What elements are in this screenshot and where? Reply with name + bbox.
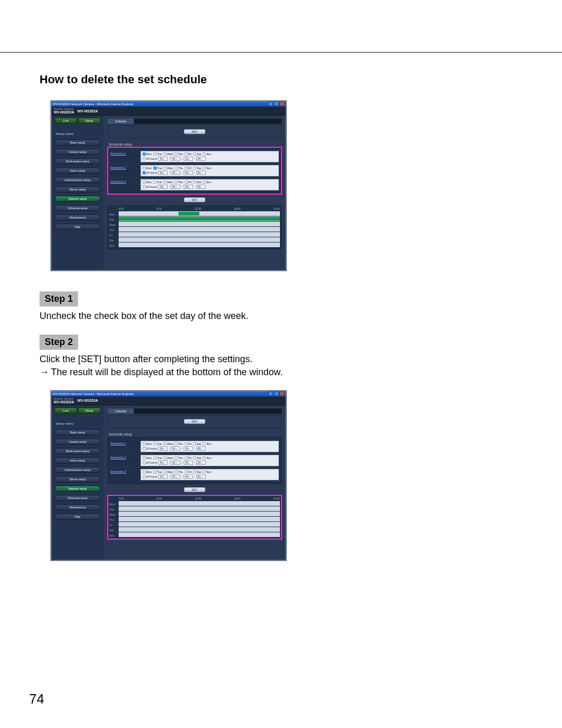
sidebar-item-maintenance[interactable]: Maintenance [55, 214, 100, 221]
sidebar-item-server[interactable]: Server setup [55, 186, 100, 193]
day-checkbox-sat[interactable]: Sat [193, 442, 201, 445]
checkbox-input[interactable] [193, 456, 196, 459]
schedule-link[interactable]: Schedule 3 [110, 179, 137, 183]
live-button[interactable]: Live [55, 407, 77, 414]
time-select[interactable]: 00 [158, 475, 168, 479]
day-checkbox-thu[interactable]: Thu [174, 181, 183, 184]
checkbox-input[interactable] [174, 152, 177, 156]
time-select[interactable]: 00 [184, 461, 193, 465]
time-select[interactable]: 09 [158, 157, 168, 161]
day-checkbox-fri[interactable]: Fri [185, 167, 191, 170]
time-select[interactable]: 00 [171, 461, 180, 465]
time-select[interactable]: 00 [158, 461, 168, 465]
close-icon[interactable] [279, 391, 285, 396]
day-checkbox-sat[interactable]: Sat [193, 167, 201, 170]
window-controls[interactable] [267, 101, 285, 107]
day-checkbox-thu[interactable]: Thu [174, 167, 183, 170]
set-button[interactable]: SET [184, 197, 206, 202]
checkbox-input[interactable] [174, 442, 177, 445]
day-checkbox-thu[interactable]: Thu [174, 470, 183, 474]
checkbox-input[interactable] [143, 447, 146, 450]
checkbox-input[interactable] [174, 456, 177, 459]
time-select[interactable]: 00 [158, 171, 168, 175]
24h-checkbox[interactable]: 24 hours [143, 475, 157, 478]
sidebar-item-maintenance[interactable]: Maintenance [55, 504, 100, 510]
checkbox-input[interactable] [163, 470, 167, 474]
checkbox-input[interactable] [154, 442, 157, 445]
time-select[interactable]: 00 [196, 171, 206, 175]
checkbox-input[interactable] [202, 181, 206, 184]
sidebar-item-multiscreen[interactable]: Multi-screen setup [55, 158, 100, 164]
day-checkbox-wed[interactable]: Wed [163, 470, 173, 474]
sidebar-item-basic[interactable]: Basic setup [55, 139, 100, 146]
day-checkbox-sun[interactable]: Sun [202, 456, 211, 459]
day-checkbox-sun[interactable]: Sun [202, 167, 211, 170]
time-select[interactable]: 00 [171, 446, 180, 451]
day-checkbox-sat[interactable]: Sat [193, 470, 201, 474]
24h-checkbox[interactable]: 24 hours [143, 171, 157, 174]
checkbox-input[interactable] [202, 470, 206, 474]
tab-schedule[interactable]: Schedule [108, 408, 134, 414]
day-checkbox-sun[interactable]: Sun [202, 442, 211, 445]
setup-button[interactable]: Setup [78, 407, 100, 414]
checkbox-input[interactable] [154, 181, 157, 184]
day-checkbox-mon[interactable]: Mon [143, 152, 152, 156]
live-button[interactable]: Live [55, 118, 77, 124]
set-button-top[interactable]: SET [184, 129, 206, 134]
sidebar-item-schedule[interactable]: Schedule setup [55, 495, 100, 501]
day-checkbox-thu[interactable]: Thu [174, 456, 183, 459]
time-select[interactable]: 00 [196, 446, 206, 451]
schedule-link[interactable]: Schedule 2 [110, 165, 137, 169]
maximize-icon[interactable] [274, 391, 279, 396]
day-checkbox-sat[interactable]: Sat [193, 181, 201, 184]
checkbox-input[interactable] [143, 181, 146, 184]
day-checkbox-sun[interactable]: Sun [202, 181, 211, 184]
day-checkbox-wed[interactable]: Wed [163, 152, 173, 156]
time-select[interactable]: 00 [196, 185, 206, 189]
checkbox-input[interactable] [193, 167, 196, 170]
day-checkbox-fri[interactable]: Fri [185, 152, 191, 156]
checkbox-input[interactable] [185, 181, 188, 184]
day-checkbox-fri[interactable]: Fri [185, 456, 191, 459]
checkbox-input[interactable] [185, 456, 188, 459]
setup-button[interactable]: Setup [78, 118, 100, 124]
checkbox-input[interactable] [143, 171, 146, 174]
time-select[interactable]: 00 [196, 157, 206, 161]
window-controls[interactable] [267, 391, 285, 397]
checkbox-input[interactable] [185, 470, 188, 474]
schedule-link[interactable]: Schedule 2 [110, 455, 137, 459]
time-select[interactable]: 00 [171, 157, 180, 161]
checkbox-input[interactable] [202, 167, 206, 170]
day-checkbox-sat[interactable]: Sat [193, 152, 201, 156]
sidebar-item-basic[interactable]: Basic setup [55, 429, 100, 436]
checkbox-input[interactable] [163, 181, 167, 184]
checkbox-input[interactable] [202, 442, 206, 445]
time-select[interactable]: 00 [184, 475, 193, 479]
24h-checkbox[interactable]: 24 hours [143, 157, 157, 160]
checkbox-input[interactable] [154, 152, 157, 156]
checkbox-input[interactable] [143, 461, 146, 464]
day-checkbox-sun[interactable]: Sun [202, 152, 211, 156]
day-checkbox-wed[interactable]: Wed [163, 167, 173, 170]
checkbox-input[interactable] [174, 470, 177, 474]
checkbox-input[interactable] [143, 470, 146, 474]
24h-checkbox[interactable]: 24 hours [143, 461, 157, 464]
day-checkbox-tue[interactable]: Tue [154, 152, 162, 156]
checkbox-input[interactable] [185, 442, 188, 445]
day-checkbox-tue[interactable]: Tue [154, 470, 162, 474]
checkbox-input[interactable] [185, 152, 188, 156]
checkbox-input[interactable] [154, 167, 157, 170]
checkbox-input[interactable] [163, 152, 167, 156]
day-checkbox-mon[interactable]: Mon [143, 442, 152, 445]
checkbox-input[interactable] [193, 152, 196, 156]
sidebar-item-schedule[interactable]: Schedule setup [55, 205, 100, 211]
checkbox-input[interactable] [202, 152, 206, 156]
day-checkbox-sat[interactable]: Sat [193, 456, 201, 459]
time-select[interactable]: 00 [158, 185, 168, 189]
minimize-icon[interactable] [268, 391, 273, 396]
time-select[interactable]: 00 [196, 475, 206, 479]
day-checkbox-mon[interactable]: Mon [143, 167, 152, 170]
day-checkbox-wed[interactable]: Wed [163, 456, 173, 459]
time-select[interactable]: 00 [196, 461, 206, 465]
time-select[interactable]: 00 [184, 171, 193, 175]
